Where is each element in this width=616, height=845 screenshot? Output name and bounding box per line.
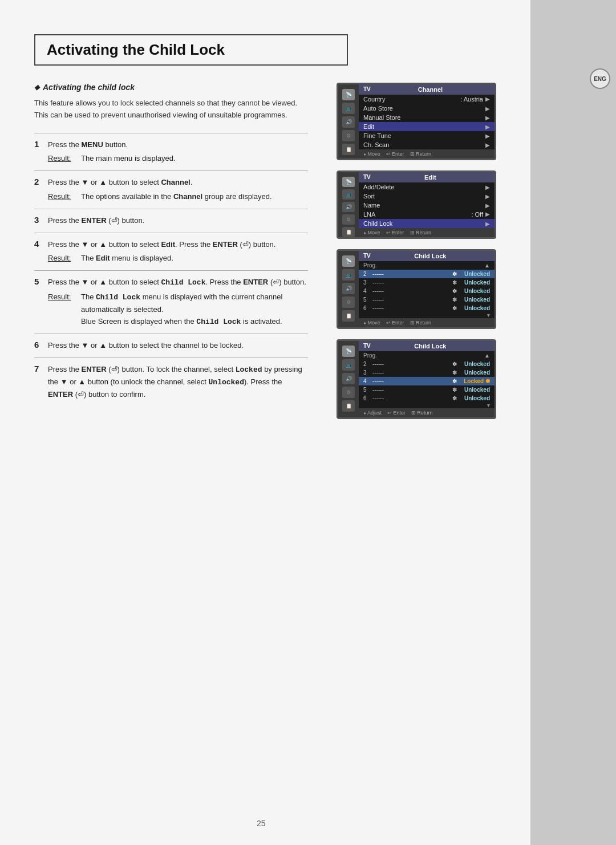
right-column: 📡 📺 🔊 ⚙ 📋 TV Channel Country [337,83,513,429]
return-label: ⊞ Return [410,230,432,235]
tv-footer: ⬧ Move ↩ Enter ⊞ Return [359,228,495,237]
result-label: Result: [48,253,76,265]
result-label: Result: [48,191,76,203]
scroll-indicator-2: ▼ [359,403,495,408]
arrow-icon: ▶ [485,124,490,130]
steps-table: 1 Press the MENU button. Result: The mai… [34,133,308,407]
step-content: Press the ENTER (⏎) button. To lock the … [48,358,308,407]
tv-icon-5: 📋 [342,310,355,322]
move-label: ⬧ Move [363,320,380,326]
result-text: The options available in the Channel gro… [81,191,272,203]
arrow-icon: ▶ [485,142,490,148]
tv-sidebar: 📡 📺 🔊 ⚙ 📋 [338,172,359,237]
result-label: Result: [48,153,76,165]
tv-icon-5: 📋 [342,227,355,237]
prog-row-6: 6 ------ ✽ Unlocked [359,304,495,312]
tv-icon-4: ⚙ [342,387,355,398]
content-area: Activating the Child Lock Activating the… [34,34,513,429]
arrow-icon: ▶ [485,115,490,121]
prog-row-5: 5 ------ ✽ Unlocked [359,295,495,304]
step-number: 3 [34,209,48,233]
result-text: The Edit menu is displayed. [81,253,173,265]
tv-row-manualstore: Manual Store ▶ [359,113,495,122]
arrow-icon: ▶ [485,105,490,112]
move-label: ⬧ Move [363,230,380,235]
prog-row-4: 4 ------ ✽ Unlocked [359,287,495,295]
step-content: Press the ENTER (⏎) button. [48,209,308,233]
arrow-icon: ▶ [485,202,490,209]
tv-icon-4: ⚙ [342,214,355,225]
scroll-indicator: ▼ [359,312,495,318]
tv-row-lna: LNA : Off ▶ [359,210,495,219]
tv-childlock-title: Child Lock [414,253,446,259]
move-label: ⬧ Move [363,151,380,157]
tv-row-name: Name ▶ [359,201,495,210]
step-3: 3 Press the ENTER (⏎) button. [34,209,308,233]
prog-row-5b: 5 ------ ✽ Unlocked [359,385,495,394]
prog-row-3: 3 ------ ✽ Unlocked [359,278,495,287]
tv-icon-4: ⚙ [342,296,355,308]
enter-label: ↩ Enter [386,151,404,157]
right-panel [530,0,616,845]
tv-icon-1: 📡 [342,177,355,187]
tv-screen-channel: 📡 📺 🔊 ⚙ 📋 TV Channel Country [337,83,496,160]
tv-icon-2: 📺 [342,189,355,200]
eng-badge: ENG [590,68,610,89]
result-label: Result: [48,291,76,328]
tv-row-sort: Sort ▶ [359,192,495,201]
tv-label: TV [363,86,371,93]
tv-label: TV [363,343,371,350]
arrow-icon: ▶ [485,221,490,227]
prog-row-2: 2 ------ ✽ Unlocked [359,270,495,278]
enter-label: ↩ Enter [386,320,404,326]
page-number: 25 [257,819,266,828]
arrow-icon: ▶ [485,193,490,200]
return-label: ⊞ Return [411,410,433,416]
prog-row-2b: 2 ------ ✽ Unlocked [359,360,495,368]
page-title: Activating the Child Lock [47,41,335,59]
tv-icon-1: 📡 [342,89,355,100]
tv-row-chscan: Ch. Scan ▶ [359,140,495,149]
tv-icon-1: 📡 [342,255,355,267]
tv-row-adddelete: Add/Delete ▶ [359,182,495,192]
tv-channel-title: Channel [418,86,443,93]
tv-icon-3: 🔊 [342,373,355,384]
step-number: 1 [34,133,48,171]
tv-sidebar: 📡 📺 🔊 ⚙ 📋 [338,341,359,417]
step-content: Press the ▼ or ▲ button to select Edit. … [48,233,308,271]
step-number: 4 [34,233,48,271]
arrow-icon: ▶ [485,133,490,139]
tv-icon-5: 📋 [342,144,355,155]
prog-row-6b: 6 ------ ✽ Unlocked [359,394,495,403]
tv-icon-3: 🔊 [342,116,355,128]
tv-screen-edit: 📡 📺 🔊 ⚙ 📋 TV Edit Add/Delete [337,170,496,239]
enter-label: ↩ Enter [386,230,404,235]
tv-content-channel: TV Channel Country : Austria ▶ [359,84,495,159]
tv-sidebar: 📡 📺 🔊 ⚙ 📋 [338,84,359,159]
arrow-icon: ▶ [485,211,490,218]
step-number: 7 [34,358,48,407]
tv-label: TV [363,253,371,259]
return-label: ⊞ Return [410,320,432,326]
enter-label: ↩ Enter [387,410,406,416]
step-7: 7 Press the ENTER (⏎) button. To lock th… [34,358,308,407]
tv-content-childlock1: TV Child Lock Prog. ▲ 2 ------ [359,251,495,327]
tv-screen-childlock-2: 📡 📺 🔊 ⚙ 📋 TV Child Lock Prog. [337,339,496,419]
prog-header-2: Prog. ▲ [359,351,495,360]
tv-label: TV [363,174,371,181]
tv-header: TV Channel [359,84,495,95]
tv-header: TV Edit [359,172,495,182]
adjust-label: ⬧ Adjust [363,410,382,416]
tv-icon-2: 📺 [342,269,355,281]
tv-content-childlock2: TV Child Lock Prog. ▲ 2 ------ [359,341,495,417]
result-text: The main menu is displayed. [81,153,175,165]
title-box: Activating the Child Lock [34,34,348,66]
tv-icon-2: 📺 [342,103,355,114]
step-number: 2 [34,171,48,209]
step-1: 1 Press the MENU button. Result: The mai… [34,133,308,171]
tv-icon-1: 📡 [342,346,355,357]
tv-row-finetune: Fine Tune ▶ [359,131,495,140]
prog-row-3b: 3 ------ ✽ Unlocked [359,368,495,377]
step-5: 5 Press the ▼ or ▲ button to select Chil… [34,271,308,334]
prog-header: Prog. ▲ [359,261,495,270]
